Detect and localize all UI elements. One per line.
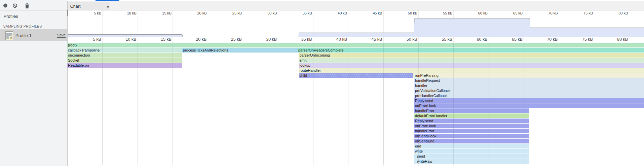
svg-text:%: % (10, 36, 13, 39)
